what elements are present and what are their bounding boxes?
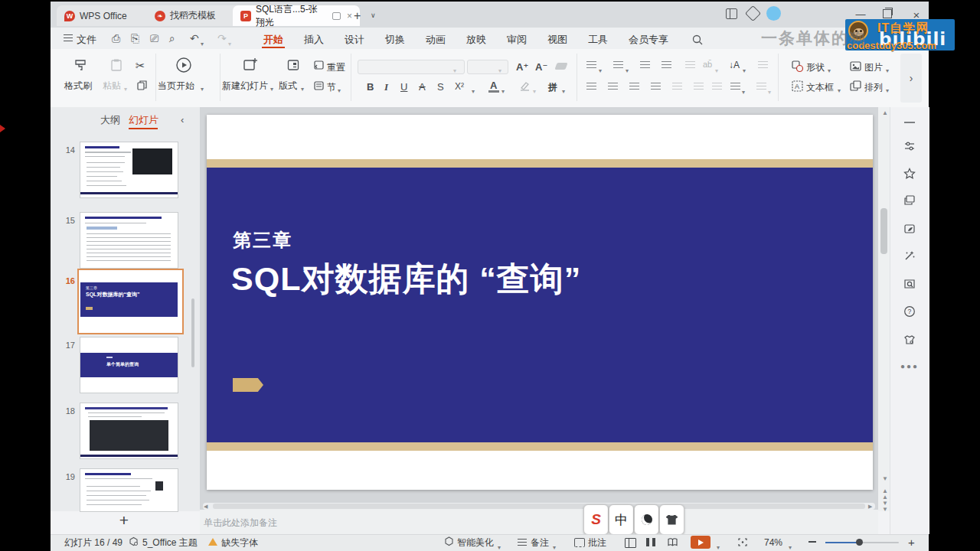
play-from-current-label[interactable]: 当页开始 bbox=[158, 80, 194, 93]
restore-button[interactable] bbox=[883, 9, 892, 18]
notes-caret-icon[interactable] bbox=[553, 539, 556, 551]
numbered-caret-icon[interactable] bbox=[626, 62, 629, 76]
phonetic-caret-icon[interactable] bbox=[562, 83, 565, 96]
scroll-down-icon[interactable]: ▼ bbox=[881, 476, 889, 482]
zoom-in-button[interactable]: + bbox=[908, 536, 915, 549]
zoom-caret-icon[interactable] bbox=[789, 539, 792, 551]
superscript-caret-icon[interactable] bbox=[472, 83, 475, 96]
slide-thumbnail-16[interactable]: 第三章 SQL对数据库的“查询” bbox=[80, 272, 178, 327]
current-slide[interactable]: 第三章 SQL对数据库的 “查询” bbox=[207, 115, 873, 490]
shapes-icon[interactable] bbox=[791, 60, 804, 73]
picture-label[interactable]: 图片 bbox=[864, 61, 883, 74]
columns-icon[interactable] bbox=[694, 83, 704, 91]
help-icon[interactable]: ? bbox=[902, 304, 917, 319]
arrange-label[interactable]: 排列 bbox=[864, 81, 883, 94]
tab-slides[interactable]: 幻灯片 bbox=[129, 113, 158, 127]
play-slideshow-caret-icon[interactable] bbox=[717, 539, 720, 551]
font-name-combo[interactable] bbox=[358, 60, 465, 74]
ime-skin-button[interactable] bbox=[659, 504, 684, 535]
previous-slide-icon[interactable]: ▲▲ bbox=[881, 488, 889, 500]
favorites-star-icon[interactable] bbox=[902, 166, 917, 181]
section-label[interactable]: 节 bbox=[327, 81, 336, 94]
justify-icon[interactable] bbox=[651, 83, 661, 91]
arrange-caret-icon[interactable] bbox=[886, 82, 889, 96]
font-size-combo[interactable] bbox=[467, 60, 508, 74]
close-tab-icon[interactable]: × bbox=[347, 11, 352, 21]
phonetic-icon[interactable]: 拼 bbox=[548, 81, 557, 94]
font-color-button[interactable]: A bbox=[490, 80, 497, 91]
menu-tools[interactable]: 工具 bbox=[588, 32, 608, 47]
redo-caret-icon[interactable] bbox=[228, 35, 231, 49]
tab-list-caret-icon[interactable]: ∨ bbox=[371, 11, 376, 19]
scroll-right-icon[interactable]: ▶ bbox=[868, 504, 872, 510]
section-caret-icon[interactable] bbox=[338, 82, 341, 96]
slide-thumbnail-15[interactable] bbox=[80, 213, 178, 268]
distribute-icon[interactable] bbox=[672, 83, 682, 91]
zoom-slider-knob[interactable] bbox=[856, 539, 863, 546]
align-objects-caret-icon[interactable] bbox=[768, 83, 771, 97]
line-spacing-icon[interactable] bbox=[730, 83, 740, 91]
menu-review[interactable]: 审阅 bbox=[507, 32, 527, 47]
indent-both-icon[interactable] bbox=[712, 83, 722, 91]
menu-slideshow[interactable]: 放映 bbox=[466, 32, 486, 47]
shapes-caret-icon[interactable] bbox=[828, 62, 831, 76]
beautify-caret-icon[interactable] bbox=[498, 539, 501, 551]
design-assistant-icon[interactable] bbox=[902, 221, 917, 236]
normal-view-icon[interactable] bbox=[625, 538, 636, 548]
highlight-caret-icon[interactable] bbox=[533, 83, 536, 96]
new-slide-label[interactable]: 新建幻灯片 bbox=[222, 80, 268, 93]
play-slideshow-button[interactable] bbox=[691, 536, 710, 549]
align-right-icon[interactable] bbox=[629, 83, 639, 91]
play-from-current-icon[interactable] bbox=[175, 57, 192, 73]
layout-icon[interactable] bbox=[286, 58, 300, 72]
user-avatar[interactable] bbox=[766, 6, 781, 21]
ribbon-expand-button[interactable]: › bbox=[900, 54, 922, 103]
char-spacing-icon[interactable]: ab̄ bbox=[703, 60, 712, 69]
vertical-scroll-thumb[interactable] bbox=[880, 208, 887, 254]
numbered-list-icon[interactable] bbox=[613, 61, 623, 70]
print-icon[interactable]: ⎚ bbox=[150, 32, 158, 44]
slide-thumbnail-14[interactable] bbox=[80, 142, 178, 197]
format-painter-icon[interactable] bbox=[74, 58, 87, 72]
new-slide-caret-icon[interactable] bbox=[270, 80, 273, 94]
redo-icon[interactable]: ↷ bbox=[217, 32, 227, 44]
menu-transition[interactable]: 切换 bbox=[385, 32, 405, 47]
align-left-icon[interactable] bbox=[586, 83, 596, 91]
shapes-label[interactable]: 形状 bbox=[806, 61, 825, 74]
beautify-wand-icon[interactable] bbox=[902, 248, 917, 263]
comments-toggle[interactable]: 批注 bbox=[588, 536, 606, 549]
convert-smartart-icon[interactable] bbox=[758, 61, 768, 70]
menu-view[interactable]: 视图 bbox=[547, 32, 567, 47]
vertical-scrollbar[interactable] bbox=[878, 107, 890, 511]
textbox-caret-icon[interactable] bbox=[838, 82, 841, 96]
paste-label[interactable]: 粘贴 bbox=[103, 80, 121, 93]
decrease-indent-icon[interactable] bbox=[640, 61, 650, 70]
bullet-list-icon[interactable] bbox=[586, 61, 596, 70]
slide-sorter-icon[interactable] bbox=[646, 538, 655, 546]
menu-insert[interactable]: 插入 bbox=[304, 32, 324, 47]
paste-icon[interactable] bbox=[109, 58, 123, 72]
picture-icon[interactable] bbox=[849, 60, 862, 73]
cut-icon[interactable]: ✂ bbox=[136, 60, 145, 72]
menu-member[interactable]: 会员专享 bbox=[629, 32, 668, 47]
collapse-panel-icon[interactable]: ‹ bbox=[181, 114, 184, 126]
char-spacing-caret-icon[interactable] bbox=[715, 62, 718, 76]
picture-caret-icon[interactable] bbox=[886, 62, 889, 76]
search-icon[interactable] bbox=[691, 34, 704, 46]
ime-sogou-button[interactable]: S bbox=[583, 504, 609, 535]
save-icon[interactable]: ⎙ bbox=[112, 32, 120, 44]
new-slide-icon[interactable] bbox=[242, 57, 259, 73]
notes-placeholder[interactable]: 单击此处添加备注 bbox=[204, 517, 277, 530]
slide-thumbnail-18[interactable] bbox=[80, 403, 178, 458]
notes-toggle[interactable]: 备注 bbox=[531, 536, 549, 549]
text-shadow-button[interactable]: S bbox=[437, 81, 444, 93]
horizontal-scroll-thumb[interactable] bbox=[213, 504, 865, 509]
skin-theme-icon[interactable] bbox=[902, 332, 917, 347]
scroll-up-icon[interactable]: ▲ bbox=[881, 110, 889, 116]
beautify-label[interactable]: 智能美化 bbox=[457, 536, 494, 549]
new-tab-button[interactable]: + bbox=[354, 9, 361, 23]
decrease-font-icon[interactable]: A⁻ bbox=[535, 61, 547, 73]
font-color-caret-icon[interactable] bbox=[501, 83, 505, 96]
arrange-icon[interactable] bbox=[849, 80, 862, 93]
superscript-button[interactable]: X² bbox=[455, 81, 464, 92]
